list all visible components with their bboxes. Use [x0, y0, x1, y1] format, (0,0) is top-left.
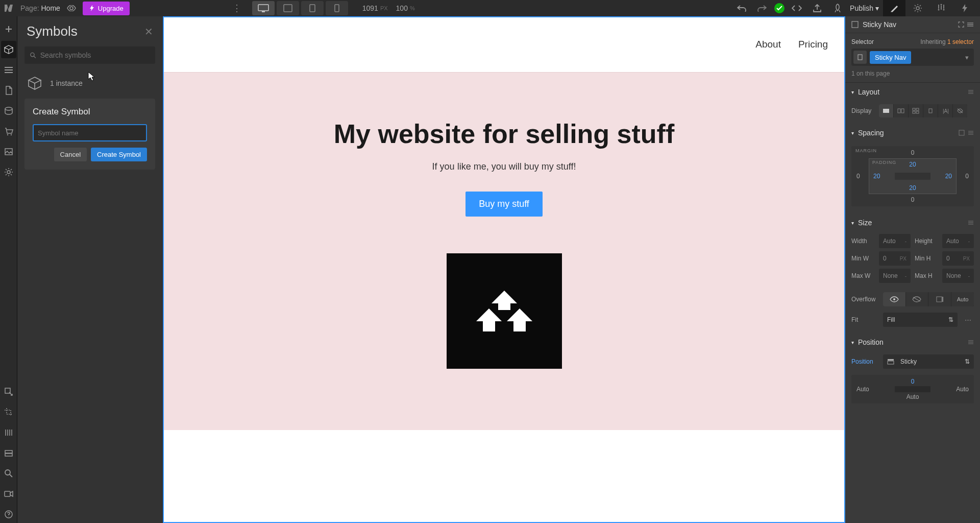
offset-right[interactable]: Auto [956, 386, 969, 393]
assets-icon[interactable] [1, 143, 16, 160]
help-icon[interactable] [1, 506, 16, 523]
crop-icon[interactable] [1, 403, 16, 421]
fit-more-icon[interactable]: ⋯ [962, 313, 974, 327]
width-input[interactable]: Auto- [879, 234, 911, 248]
symbol-search-input[interactable] [40, 51, 150, 59]
style-panel-icon[interactable] [883, 0, 905, 16]
selector-tag[interactable]: Sticky Nav [870, 51, 911, 64]
display-grid-icon[interactable] [909, 104, 923, 117]
section-layout[interactable]: ▾Layout [845, 83, 980, 101]
hero-title[interactable]: My website for selling stuff [183, 118, 825, 149]
symbol-instance-row[interactable]: 1 instance [17, 70, 162, 99]
backup-icon[interactable] [1, 444, 16, 462]
upgrade-button[interactable]: Upgrade [83, 2, 130, 15]
undo-icon[interactable] [733, 1, 750, 15]
display-flex-icon[interactable] [894, 104, 908, 117]
viewport-tablet-landscape-icon[interactable] [301, 1, 324, 15]
close-icon[interactable]: ✕ [144, 26, 153, 38]
height-input[interactable]: Auto- [942, 234, 974, 248]
webflow-logo[interactable] [4, 2, 16, 14]
navigator-icon[interactable] [1, 61, 16, 79]
viewport-tablet-icon[interactable] [277, 1, 299, 15]
section-spacing[interactable]: ▾Spacing [845, 124, 980, 142]
section-size[interactable]: ▾Size [845, 213, 980, 232]
publish-button[interactable]: Publish ▾ [850, 4, 879, 12]
display-inline-icon[interactable]: |A| [938, 104, 952, 117]
settings-icon[interactable] [1, 163, 16, 181]
effects-panel-icon[interactable] [953, 0, 976, 16]
pages-icon[interactable] [1, 82, 16, 99]
nav-link-about[interactable]: About [755, 39, 781, 50]
design-canvas[interactable]: About Pricing My website for selling stu… [163, 16, 845, 523]
settings-panel-icon[interactable] [906, 0, 929, 16]
inheriting-count[interactable]: 1 selector [947, 38, 974, 45]
expand-icon[interactable] [967, 21, 974, 28]
video-icon[interactable] [1, 485, 16, 503]
minh-input[interactable]: 0PX [942, 251, 974, 266]
maxw-input[interactable]: None- [879, 269, 911, 283]
overflow-auto[interactable]: Auto [951, 292, 974, 306]
interactions-panel-icon[interactable] [930, 0, 952, 16]
viewport-mobile-icon[interactable] [326, 1, 348, 15]
margin-left[interactable]: 0 [856, 173, 860, 180]
nav-link-pricing[interactable]: Pricing [798, 39, 828, 50]
hero-image[interactable] [447, 253, 562, 369]
selector-state-icon[interactable] [853, 51, 867, 64]
preview-toggle-icon[interactable] [64, 1, 79, 15]
minw-input[interactable]: 0PX [879, 251, 911, 266]
position-select[interactable]: Sticky ⇅ [883, 354, 974, 369]
redo-icon[interactable] [754, 1, 770, 15]
symbols-icon[interactable] [1, 41, 16, 58]
offset-bottom[interactable]: Auto [906, 393, 919, 400]
audit-icon[interactable] [1, 383, 16, 400]
reset-icon[interactable] [968, 130, 974, 136]
page-selector[interactable]: Page: Home [20, 4, 60, 12]
reset-icon[interactable] [968, 220, 974, 226]
focus-icon[interactable] [958, 21, 965, 28]
section-position[interactable]: ▾Position [845, 333, 980, 351]
padding-left[interactable]: 20 [873, 173, 880, 180]
maxh-input[interactable]: None- [942, 269, 974, 283]
display-none-icon[interactable] [953, 104, 967, 117]
spacing-mode-icon[interactable] [959, 130, 965, 136]
offset-top[interactable]: 0 [911, 378, 915, 385]
canvas-zoom[interactable]: 100 [396, 4, 408, 12]
create-symbol-button[interactable]: Create Symbol [91, 148, 147, 161]
offset-left[interactable]: Auto [856, 386, 869, 393]
margin-bottom[interactable]: 0 [911, 196, 915, 203]
grid-guides-icon[interactable] [1, 424, 16, 441]
selector-input[interactable]: Sticky Nav ▾ [851, 49, 974, 66]
site-nav[interactable]: About Pricing [163, 16, 845, 73]
margin-top[interactable]: 0 [911, 149, 915, 156]
hero-subtitle[interactable]: If you like me, you will buy my stuff! [183, 161, 825, 172]
export-icon[interactable] [809, 1, 825, 15]
symbol-name-input[interactable] [33, 124, 147, 141]
cms-icon[interactable] [1, 102, 16, 120]
padding-right[interactable]: 20 [945, 173, 952, 180]
symbol-search[interactable] [24, 46, 155, 64]
cancel-button[interactable]: Cancel [54, 148, 87, 161]
padding-top[interactable]: 20 [909, 161, 916, 168]
reset-icon[interactable] [968, 339, 974, 345]
reset-icon[interactable] [968, 89, 974, 95]
fit-select[interactable]: Fill⇅ [883, 313, 958, 327]
canvas-width[interactable]: 1091 [362, 4, 378, 12]
hero-section[interactable]: My website for selling stuff If you like… [163, 73, 845, 430]
overflow-scroll-icon[interactable] [928, 292, 951, 306]
display-inline-block-icon[interactable] [923, 104, 938, 117]
ecommerce-icon[interactable] [1, 123, 16, 140]
overflow-visible-icon[interactable] [883, 292, 905, 306]
search-icon[interactable] [1, 465, 16, 482]
status-ok-icon[interactable] [774, 3, 785, 13]
padding-bottom[interactable]: 20 [909, 184, 916, 192]
rocket-icon[interactable] [829, 1, 846, 15]
hero-cta-button[interactable]: Buy my stuff [465, 192, 543, 217]
overflow-hidden-icon[interactable] [906, 292, 928, 306]
display-block-icon[interactable] [879, 104, 893, 117]
viewport-desktop-icon[interactable] [252, 1, 275, 15]
more-menu-icon[interactable]: ⋮ [230, 3, 244, 14]
margin-right[interactable]: 0 [965, 173, 969, 180]
chevron-down-icon[interactable]: ▾ [962, 54, 972, 61]
code-icon[interactable] [789, 1, 805, 15]
add-element-icon[interactable] [1, 20, 16, 38]
